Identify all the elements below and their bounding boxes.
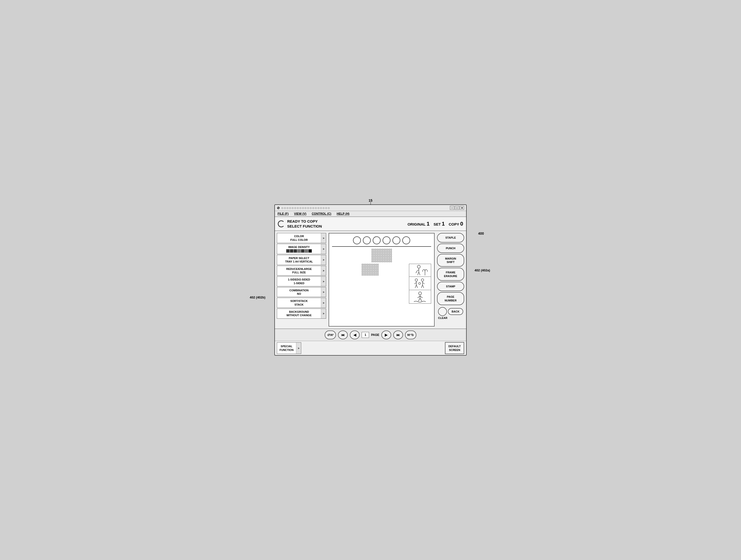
center-panel [326,233,437,327]
sided-button-text: 1-SIDED/2-SIDED 1-SIDED [277,276,321,286]
density-block-7 [309,249,312,253]
status-icon [278,220,285,227]
sided-button-arrow: > [321,276,326,286]
preview-area [329,233,434,327]
people-playing-icon [411,277,429,290]
dot-row [332,271,408,272]
staple-button[interactable]: STAPLE [437,233,464,242]
back-nav-button[interactable]: ◀ [350,330,360,339]
svg-line-11 [416,285,418,288]
dot-grid-bottom [332,264,408,304]
dot-row [332,269,408,270]
clear-button[interactable] [438,307,447,316]
preview-circle-3 [373,236,381,244]
frame-erasure-button[interactable]: FRAME ERASURE [437,268,464,281]
dot-row [332,250,431,252]
svg-point-7 [415,279,418,281]
rotate-left-button[interactable]: ↺90° [325,330,336,339]
special-func-arrow: > [296,342,301,353]
svg-line-3 [416,271,417,273]
punch-button[interactable]: PUNCH [437,244,464,253]
sort-stack-button-text: SORT/STACK STACK [277,298,321,308]
color-button[interactable]: COLOR FULL COLOR > [277,233,326,243]
svg-point-12 [421,279,424,281]
special-function-button[interactable]: SPECIAL FUNCTION > [277,342,301,354]
back-button[interactable]: BACK [448,308,463,315]
menu-control[interactable]: CONTROL (C) [311,212,332,216]
page-number-button[interactable]: PAGE NUMBER [437,292,464,305]
status-line2: SELECT FUNCTION [287,224,322,229]
frame-erasure-line1: FRAME [439,271,463,274]
sided-button[interactable]: 1-SIDED/2-SIDED 1-SIDED > [277,276,326,287]
sort-stack-button[interactable]: SORT/STACK STACK > [277,298,326,308]
margin-shift-line1: MARGIN [439,257,463,260]
preview-image-1 [409,264,431,277]
title-circles: ○○○○○○○○○○○○○○○○○○○ [281,206,330,210]
svg-line-23 [420,298,422,301]
rotate-right-button[interactable]: 90°↻ [405,330,416,339]
special-func-text: SPECIAL FUNCTION [277,342,296,353]
dot-row [332,252,431,254]
paper-select-button[interactable]: PAPER SELECT TRAY 1 A4 VERTICAL > [277,255,326,265]
preview-circle-6 [402,236,410,244]
density-block-1 [286,249,290,253]
dot-row [332,267,408,269]
original-value: 1 [427,221,430,227]
menu-help[interactable]: HELP (H) [336,212,350,216]
forward-button[interactable]: ▶ [381,330,391,339]
fast-forward-button[interactable]: ⏭ [393,330,403,339]
dot-row [332,274,408,275]
title-bar-left: ⊘ ○○○○○○○○○○○○○○○○○○○ [277,206,330,210]
svg-point-17 [418,283,420,285]
preview-line [332,246,431,247]
status-left: READY TO COPY SELECT FUNCTION [278,219,322,229]
minimize-button[interactable]: ─ [450,206,454,210]
dot-row [332,254,431,255]
stamp-button[interactable]: STAMP [437,282,464,291]
person-running-icon [411,291,429,303]
preview-circles-row [332,236,431,244]
dot-row [332,259,431,260]
menu-file[interactable]: FILE (F) [277,212,289,216]
density-block-5 [301,249,305,253]
dot-row [332,256,431,257]
background-button-text: BACKGROUND WITHOUT CHANGE [277,309,321,318]
image-density-button[interactable]: IMAGE DENSITY > [277,244,326,254]
copy-counter: COPY 0 [449,221,463,227]
title-icon: ⊘ [277,206,280,210]
default-screen-button[interactable]: DEFAULT SCREEN [445,342,464,354]
main-content: COLOR FULL COLOR > IMAGE DENSITY [275,231,466,328]
set-counter: SET 1 [433,221,445,227]
page-number-line2: NUMBER [439,299,463,302]
margin-shift-button[interactable]: MARGIN SHIFT [437,254,464,267]
density-bar [279,249,319,253]
paper-select-button-arrow: > [321,255,326,265]
dot-row [332,249,431,250]
combination-button-text: COMBINATION NO [277,288,321,297]
title-bar: ⊘ ○○○○○○○○○○○○○○○○○○○ ─ □ ✕ [275,205,466,211]
density-block-2 [290,249,293,253]
svg-point-0 [417,265,420,268]
preview-image-2 [409,277,431,290]
diagram-arrow-15 [370,202,371,205]
preview-image-3 [409,291,431,303]
background-button[interactable]: BACKGROUND WITHOUT CHANGE > [277,309,326,319]
maximize-button[interactable]: □ [455,206,459,210]
diagram-label-402a: 402 (402a) [475,268,490,272]
svg-line-9 [414,283,416,284]
combination-button[interactable]: COMBINATION NO > [277,287,326,297]
preview-circle-5 [392,236,400,244]
preview-circle-1 [353,236,361,244]
close-button[interactable]: ✕ [460,206,464,210]
reduce-enlarge-button[interactable]: REDUCE/ENLARGE FULL SIZE > [277,266,326,276]
menu-view[interactable]: VIEW (V) [293,212,307,216]
page-label: PAGE [371,333,379,337]
rewind-button[interactable]: ⏮ [338,330,348,339]
combination-button-arrow: > [321,288,326,297]
margin-shift-line2: SHIFT [439,260,463,264]
svg-line-5 [419,272,420,275]
color-button-arrow: > [321,233,326,243]
sort-stack-button-arrow: > [321,298,326,308]
preview-circle-2 [363,236,371,244]
clear-label: CLEAR [437,316,464,320]
